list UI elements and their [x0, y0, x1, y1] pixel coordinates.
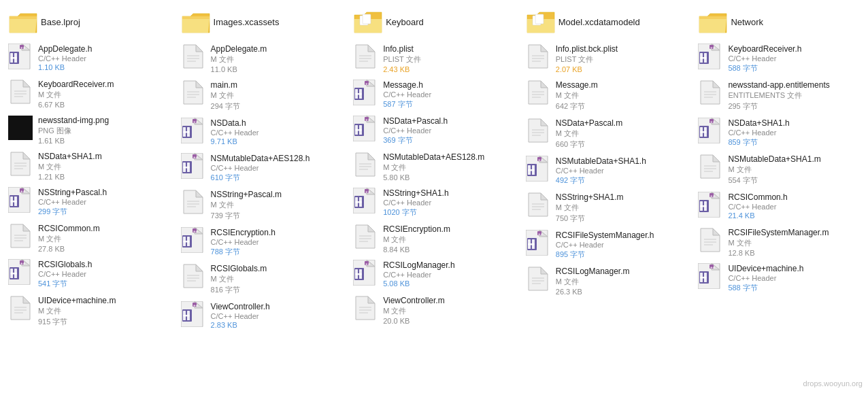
list-item[interactable]: ++ NSMutableData+AES128.hC/C++ Header610…	[176, 150, 348, 186]
folder-header[interactable]: Keyboard	[348, 5, 520, 38]
file-type: PNG 图像	[38, 126, 109, 136]
generic-file-icon	[8, 152, 33, 176]
list-item[interactable]: RCSIEncryption.mM 文件8.84 KB	[348, 221, 520, 257]
generic-file-icon	[526, 118, 550, 143]
file-size: 915 字节	[38, 317, 116, 327]
generic-file-icon	[698, 154, 722, 179]
file-type: C/C++ Header	[728, 129, 789, 137]
list-item[interactable]: ++ AppDelegate.hC/C++ Header1.10 KB	[3, 41, 176, 76]
list-item[interactable]: NSMutableData+AES128.mM 文件5.80 KB	[348, 149, 520, 185]
file-size: 642 字节	[556, 101, 598, 112]
list-item[interactable]: Message.mM 文件642 字节	[520, 77, 693, 115]
file-name: Message.m	[556, 80, 598, 90]
folder-icon	[181, 10, 208, 34]
folder-header[interactable]: Model.xcdatamodeld	[520, 5, 693, 38]
file-size: 369 字节	[383, 135, 448, 146]
file-size: 739 字节	[211, 211, 282, 221]
list-item[interactable]: RCSICommon.mM 文件27.8 KB	[3, 220, 176, 256]
folder-header[interactable]: Network	[692, 5, 865, 38]
list-item[interactable]: ++ Message.hC/C++ Header587 字节	[348, 77, 520, 113]
file-size: 5.08 KB	[383, 279, 454, 288]
list-item[interactable]: ++ RCSIFileSystemManager.hC/C++ Header89…	[520, 227, 693, 263]
list-item[interactable]: RCSIFileSystemManager.mM 文件12.8 KB	[692, 224, 865, 260]
list-item[interactable]: ++ RCSILogManager.hC/C++ Header5.08 KB	[348, 257, 520, 292]
file-type: M 文件	[383, 163, 484, 173]
list-item[interactable]: Info.plistPLIST 文件2.43 KB	[348, 41, 520, 77]
list-item[interactable]: ++ RCSICommon.hC/C++ Header21.4 KB	[692, 189, 865, 224]
list-item[interactable]: Info.plist.bck.plistPLIST 文件2.07 KB	[520, 41, 693, 77]
svg-text:++: ++	[193, 229, 199, 233]
list-item[interactable]: RCSILogManager.mM 文件26.3 KB	[520, 263, 693, 299]
folder-name: Base.lproj	[41, 17, 80, 27]
list-item[interactable]: ++ NSMutableData+SHA1.hC/C++ Header492 字…	[520, 153, 693, 189]
list-item[interactable]: AppDelegate.mM 文件11.0 KB	[176, 41, 348, 77]
list-item[interactable]: RCSIGlobals.mM 文件816 字节	[176, 260, 348, 298]
list-item[interactable]: newsstand-img.pngPNG 图像1.61 KB	[3, 112, 176, 148]
svg-text:++: ++	[193, 303, 199, 307]
list-item[interactable]: ++ NSString+Pascal.hC/C++ Header299 字节	[3, 184, 176, 220]
file-info: RCSILogManager.mM 文件26.3 KB	[556, 267, 630, 296]
file-size: 788 字节	[211, 247, 276, 257]
svg-rect-18	[10, 201, 17, 203]
file-name: RCSILogManager.m	[556, 267, 630, 276]
generic-file-icon	[181, 80, 205, 105]
folder-icon	[698, 10, 725, 34]
list-item[interactable]: ++ RCSIEncryption.hC/C++ Header788 字节	[176, 224, 348, 260]
folder-icon	[526, 10, 553, 34]
file-size: 492 字节	[556, 175, 646, 186]
file-name: newsstand-img.png	[38, 116, 109, 125]
list-item[interactable]: NSString+Pascal.mM 文件739 字节	[176, 186, 348, 224]
list-item[interactable]: NSData+Pascal.mM 文件660 字节	[520, 115, 693, 153]
svg-rect-131	[528, 169, 535, 171]
list-item[interactable]: ++ NSData.hC/C++ Header9.71 KB	[176, 115, 348, 150]
file-size: 1020 字节	[383, 207, 448, 218]
list-item[interactable]: UIDevice+machine.mM 文件915 字节	[3, 292, 176, 330]
file-size: 295 字节	[728, 101, 829, 112]
file-size: 299 字节	[38, 207, 107, 217]
generic-file-icon	[8, 80, 33, 104]
list-item[interactable]: ++ NSData+Pascal.hC/C++ Header369 字节	[348, 113, 520, 149]
file-name: NSData.h	[211, 118, 259, 128]
file-size: 859 字节	[728, 137, 789, 148]
list-item[interactable]: newsstand-app.entitlementsENTITLEMENTS 文…	[692, 77, 865, 115]
list-item[interactable]: NSData+SHA1.mM 文件1.21 KB	[3, 148, 176, 184]
list-item[interactable]: ++ RCSIGlobals.hC/C++ Header541 字节	[3, 256, 176, 292]
folder-header[interactable]: Base.lproj	[3, 5, 176, 38]
file-size: 2.07 KB	[556, 65, 618, 73]
file-type: C/C++ Header	[728, 54, 801, 63]
list-item[interactable]: ++ ViewController.hC/C++ Header2.83 KB	[176, 298, 348, 334]
file-size: 588 字节	[728, 63, 801, 73]
header-file-icon: ++	[181, 228, 205, 252]
file-type: M 文件	[556, 129, 622, 139]
svg-rect-83	[355, 93, 362, 95]
column-3: Model.xcdatamodeld Info.plist.bck.plistP…	[520, 5, 693, 334]
list-item[interactable]: ++ KeyboardReceiver.hC/C++ Header588 字节	[692, 41, 865, 77]
list-item[interactable]: main.mM 文件294 字节	[176, 77, 348, 115]
list-item[interactable]: ++ NSString+SHA1.hC/C++ Header1020 字节	[348, 185, 520, 221]
svg-rect-181	[700, 277, 707, 279]
list-item[interactable]: NSMutableData+SHA1.mM 文件554 字节	[692, 151, 865, 189]
generic-file-icon	[8, 224, 33, 248]
svg-text:++: ++	[193, 155, 199, 159]
list-item[interactable]: ++ UIDevice+machine.hC/C++ Header588 字节	[692, 260, 865, 296]
svg-text:++: ++	[710, 46, 716, 50]
file-size: 2.43 KB	[383, 65, 420, 73]
file-name: KeyboardReceiver.m	[38, 80, 114, 89]
header-file-icon: ++	[698, 44, 722, 69]
svg-rect-110	[355, 273, 362, 275]
folder-name: Images.xcassets	[214, 17, 280, 27]
file-name: NSData+SHA1.h	[728, 118, 789, 128]
header-file-icon: ++	[698, 192, 722, 217]
generic-file-icon	[353, 44, 378, 69]
folder-icon	[353, 10, 380, 34]
list-item[interactable]: KeyboardReceiver.mM 文件6.67 KB	[3, 76, 176, 112]
file-info: Message.mM 文件642 字节	[556, 80, 598, 112]
file-size: 660 字节	[556, 139, 622, 150]
svg-rect-161	[700, 131, 707, 133]
folder-header[interactable]: Images.xcassets	[176, 5, 348, 38]
svg-text:++: ++	[538, 158, 544, 162]
list-item[interactable]: ++ NSData+SHA1.hC/C++ Header859 字节	[692, 115, 865, 151]
list-item[interactable]: ViewController.mM 文件20.0 KB	[348, 292, 520, 328]
list-item[interactable]: NSString+SHA1.mM 文件750 字节	[520, 189, 693, 227]
file-type: PLIST 文件	[383, 54, 420, 65]
